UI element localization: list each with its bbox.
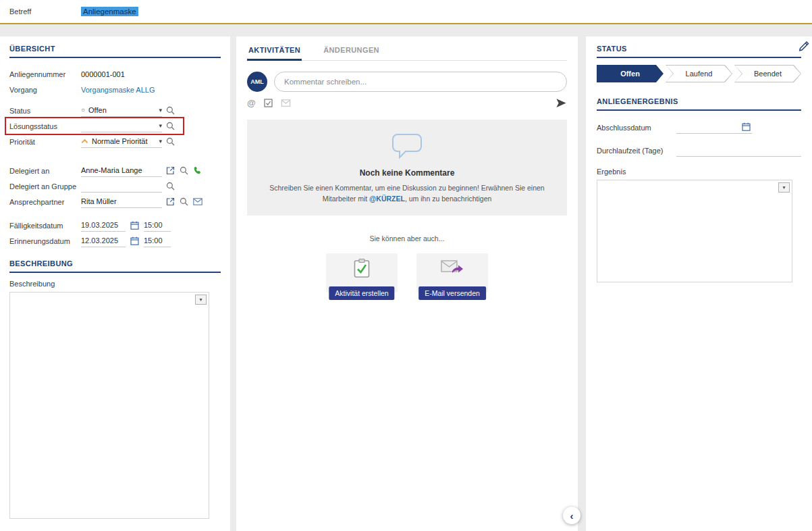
search-icon[interactable] xyxy=(180,197,188,206)
field-label: Vorgang xyxy=(9,86,81,94)
beschreibung-header: BESCHREIBUNG xyxy=(9,259,221,273)
status-step-offen[interactable]: Offen xyxy=(597,65,664,82)
chevron-down-icon: ▾ xyxy=(782,184,785,191)
search-icon[interactable] xyxy=(166,182,175,191)
empty-state-text: Schreiben Sie einen Kommentar, um eine D… xyxy=(266,182,548,205)
delegiert-an-gruppe-input[interactable] xyxy=(81,180,162,193)
anliegen-window: Betreff Anliegenmaske ÜBERSICHT Anliegen… xyxy=(0,0,812,531)
delegiert-an-input[interactable]: Anne-Maria Lange xyxy=(81,164,162,177)
search-icon[interactable] xyxy=(166,137,175,146)
speech-bubble-icon xyxy=(391,133,423,160)
field-delegiert-an-gruppe: Delegiert an Gruppe xyxy=(9,178,221,194)
ansprechpartner-value: Rita Müller xyxy=(81,197,117,205)
status-header: STATUS xyxy=(597,45,801,58)
betreff-input[interactable]: Anliegenmaske xyxy=(81,4,812,19)
phone-icon[interactable] xyxy=(193,166,202,175)
delegiert-an-value: Anne-Maria Lange xyxy=(81,166,142,174)
field-label: Status xyxy=(9,107,81,115)
priority-normal-icon xyxy=(81,138,88,144)
vorgang-link[interactable]: Vorgangsmaske ALLG xyxy=(81,83,162,96)
field-status: Status ○ Offen ▾ xyxy=(9,103,221,118)
field-value: 0000001-001 xyxy=(81,68,162,80)
ergebnis-label: Ergebnis xyxy=(597,168,801,176)
erinnerungsdatum-time-input[interactable]: 15:00 xyxy=(144,234,171,247)
chevron-down-icon[interactable]: ▾ xyxy=(159,123,162,129)
tabbar: AKTIVITÄTEN ÄNDERUNGEN xyxy=(247,45,567,61)
status-step-laufend[interactable]: Laufend xyxy=(666,65,732,82)
send-icon[interactable] xyxy=(556,97,567,109)
field-label: Fälligkeitsdatum xyxy=(9,222,81,230)
calendar-icon[interactable] xyxy=(130,236,139,245)
chevron-down-icon[interactable]: ▾ xyxy=(159,138,162,145)
field-faelligkeitsdatum: Fälligkeitsdatum 19.03.2025 15:00 xyxy=(9,218,221,233)
field-label: Delegiert an Gruppe xyxy=(9,182,81,191)
mail-icon[interactable] xyxy=(193,198,202,205)
field-prioritaet: Priorität Normale Priorität ▾ xyxy=(9,134,221,149)
calendar-icon[interactable] xyxy=(742,122,751,131)
faelligkeitsdatum-time-input[interactable]: 15:00 xyxy=(144,219,171,232)
loesungsstatus-select[interactable]: ▾ xyxy=(81,120,162,132)
field-anliegennummer: Anliegennummer 0000001-001 xyxy=(9,66,221,82)
create-activity-button[interactable]: Aktivität erstellen xyxy=(329,286,394,300)
also-text: Sie können aber auch... xyxy=(247,234,567,243)
status-step-beendet[interactable]: Beendet xyxy=(734,65,801,82)
field-label: Erinnerungsdatum xyxy=(9,237,81,245)
search-icon[interactable] xyxy=(166,122,175,130)
status-select[interactable]: ○ Offen ▾ xyxy=(81,104,162,117)
edit-corner-icon[interactable] xyxy=(797,38,811,51)
calendar-icon[interactable] xyxy=(130,221,139,230)
aktivitaeten-panel: AKTIVITÄTEN ÄNDERUNGEN AML @ Noch keine … xyxy=(236,36,578,531)
uebersicht-header: ÜBERSICHT xyxy=(9,45,221,58)
field-label: Ansprechpartner xyxy=(9,198,81,206)
beschreibung-label: Beschreibung xyxy=(9,280,221,288)
empty-state-title: Noch keine Kommentare xyxy=(266,168,548,178)
tab-aenderungen[interactable]: ÄNDERUNGEN xyxy=(322,45,381,61)
faelligkeitsdatum-date-input[interactable]: 19.03.2025 xyxy=(81,219,126,232)
betreff-label: Betreff xyxy=(9,7,81,16)
field-abschlussdatum: Abschlussdatum xyxy=(597,119,801,134)
field-label: Anliegennummer xyxy=(9,70,81,78)
mail-forward-icon xyxy=(441,258,464,276)
open-record-icon[interactable] xyxy=(166,197,175,206)
search-icon[interactable] xyxy=(180,166,188,175)
tab-aktivitaeten[interactable]: AKTIVITÄTEN xyxy=(247,45,302,61)
search-icon[interactable] xyxy=(166,106,175,115)
status-circle-icon: ○ xyxy=(81,107,85,113)
create-activity-card[interactable]: Aktivität erstellen xyxy=(326,253,398,293)
ergebnis-dropdown-button[interactable]: ▾ xyxy=(778,182,790,193)
chevron-down-icon[interactable]: ▾ xyxy=(159,107,162,113)
open-record-icon[interactable] xyxy=(166,166,175,175)
mail-icon[interactable] xyxy=(281,99,291,107)
field-erinnerungsdatum: Erinnerungsdatum 12.03.2025 15:00 xyxy=(9,233,221,249)
empty-state-text-part: , um ihn zu benachrichtigen xyxy=(405,195,491,203)
abschlussdatum-input[interactable] xyxy=(676,120,752,134)
erinnerungsdatum-date-input[interactable]: 12.03.2025 xyxy=(81,234,126,247)
comment-input[interactable] xyxy=(274,72,567,92)
status-steps: Offen Laufend Beendet xyxy=(597,65,801,82)
send-email-button[interactable]: E-Mail versenden xyxy=(418,286,486,300)
field-label: Lösungsstatus xyxy=(9,122,81,130)
status-value: Offen xyxy=(88,106,107,114)
chevron-down-icon: ▾ xyxy=(199,297,202,303)
clipboard-check-icon xyxy=(352,258,371,278)
field-durchlaufzeit: Durchlaufzeit (Tage) xyxy=(597,142,801,157)
ansprechpartner-input[interactable]: Rita Müller xyxy=(81,195,162,208)
anliegenergebnis-header: ANLIEGENERGEBNIS xyxy=(597,97,801,111)
mention-icon[interactable]: @ xyxy=(247,99,256,107)
field-delegiert-an: Delegiert an Anne-Maria Lange xyxy=(9,163,221,178)
comment-toolbar: @ xyxy=(247,97,567,109)
send-email-card[interactable]: E-Mail versenden xyxy=(416,253,488,293)
beschreibung-dropdown-button[interactable]: ▾ xyxy=(195,295,207,305)
task-check-icon[interactable] xyxy=(264,99,273,107)
durchlaufzeit-input[interactable] xyxy=(676,143,801,157)
ergebnis-textarea[interactable]: ▾ xyxy=(597,180,792,282)
field-label: Durchlaufzeit (Tage) xyxy=(597,147,676,157)
prioritaet-select[interactable]: Normale Priorität ▾ xyxy=(81,135,162,148)
field-label: Priorität xyxy=(9,138,81,146)
collapse-sidebar-button[interactable]: ‹ xyxy=(563,507,580,524)
content-area: ÜBERSICHT Anliegennummer 0000001-001 Vor… xyxy=(0,26,812,531)
no-comments-panel: Noch keine Kommentare Schreiben Sie eine… xyxy=(247,120,567,216)
beschreibung-textarea[interactable]: ▾ xyxy=(9,292,209,519)
avatar: AML xyxy=(247,72,267,92)
field-label: Delegiert an xyxy=(9,167,81,175)
